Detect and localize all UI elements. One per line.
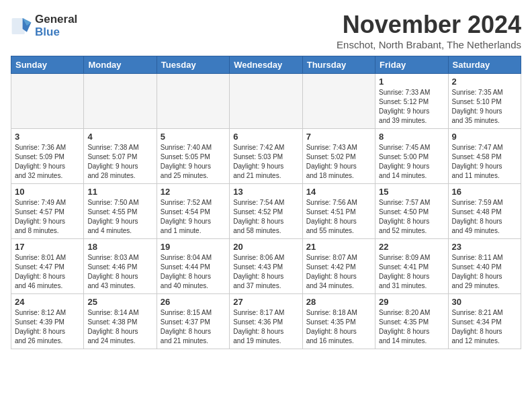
day-info: Sunrise: 8:18 AM Sunset: 4:35 PM Dayligh… xyxy=(306,308,371,346)
day-info: Sunrise: 7:33 AM Sunset: 5:12 PM Dayligh… xyxy=(379,88,444,126)
day-number: 5 xyxy=(161,132,226,142)
page-header: General Blue November 2024 Enschot, Nort… xyxy=(11,11,521,50)
weekday-header-thursday: Thursday xyxy=(302,56,375,74)
day-number: 28 xyxy=(306,297,371,307)
weekday-header-tuesday: Tuesday xyxy=(157,56,229,74)
day-cell: 6Sunrise: 7:42 AM Sunset: 5:03 PM Daylig… xyxy=(230,129,302,184)
day-info: Sunrise: 8:01 AM Sunset: 4:47 PM Dayligh… xyxy=(15,253,80,291)
day-cell: 19Sunrise: 8:04 AM Sunset: 4:44 PM Dayli… xyxy=(157,239,229,294)
day-number: 21 xyxy=(306,242,371,252)
day-number: 22 xyxy=(379,242,444,252)
day-number: 26 xyxy=(161,297,226,307)
day-info: Sunrise: 7:35 AM Sunset: 5:10 PM Dayligh… xyxy=(452,88,517,126)
day-cell xyxy=(84,74,157,129)
day-info: Sunrise: 8:03 AM Sunset: 4:46 PM Dayligh… xyxy=(87,253,152,291)
day-info: Sunrise: 8:14 AM Sunset: 4:38 PM Dayligh… xyxy=(87,308,152,346)
day-number: 7 xyxy=(306,132,371,142)
day-info: Sunrise: 8:21 AM Sunset: 4:34 PM Dayligh… xyxy=(452,308,517,346)
day-cell xyxy=(230,74,302,129)
day-number: 10 xyxy=(15,187,80,197)
day-cell: 8Sunrise: 7:45 AM Sunset: 5:00 PM Daylig… xyxy=(375,129,448,184)
day-number: 23 xyxy=(452,242,517,252)
day-cell: 10Sunrise: 7:49 AM Sunset: 4:57 PM Dayli… xyxy=(11,184,84,239)
day-cell xyxy=(157,74,229,129)
day-cell: 18Sunrise: 8:03 AM Sunset: 4:46 PM Dayli… xyxy=(84,239,157,294)
day-info: Sunrise: 7:40 AM Sunset: 5:05 PM Dayligh… xyxy=(161,143,226,181)
day-cell: 3Sunrise: 7:36 AM Sunset: 5:09 PM Daylig… xyxy=(11,129,84,184)
weekday-header-monday: Monday xyxy=(84,56,157,74)
month-title: November 2024 xyxy=(337,11,521,39)
day-cell: 16Sunrise: 7:59 AM Sunset: 4:48 PM Dayli… xyxy=(448,184,521,239)
day-number: 11 xyxy=(87,187,152,197)
day-info: Sunrise: 8:20 AM Sunset: 4:35 PM Dayligh… xyxy=(379,308,444,346)
day-cell: 1Sunrise: 7:33 AM Sunset: 5:12 PM Daylig… xyxy=(375,74,448,129)
title-area: November 2024 Enschot, North Brabant, Th… xyxy=(337,11,521,50)
day-info: Sunrise: 8:17 AM Sunset: 4:36 PM Dayligh… xyxy=(233,308,298,346)
calendar-table: SundayMondayTuesdayWednesdayThursdayFrid… xyxy=(11,56,521,349)
day-info: Sunrise: 7:49 AM Sunset: 4:57 PM Dayligh… xyxy=(15,198,80,236)
day-number: 1 xyxy=(379,77,444,87)
day-number: 14 xyxy=(306,187,371,197)
day-info: Sunrise: 8:15 AM Sunset: 4:37 PM Dayligh… xyxy=(161,308,226,346)
day-number: 3 xyxy=(15,132,80,142)
day-number: 16 xyxy=(452,187,517,197)
week-row-3: 10Sunrise: 7:49 AM Sunset: 4:57 PM Dayli… xyxy=(11,184,521,239)
day-cell: 27Sunrise: 8:17 AM Sunset: 4:36 PM Dayli… xyxy=(230,294,302,349)
day-number: 25 xyxy=(87,297,152,307)
day-cell: 28Sunrise: 8:18 AM Sunset: 4:35 PM Dayli… xyxy=(302,294,375,349)
logo-icon xyxy=(11,17,32,36)
day-number: 29 xyxy=(379,297,444,307)
subtitle: Enschot, North Brabant, The Netherlands xyxy=(337,39,521,50)
day-info: Sunrise: 7:52 AM Sunset: 4:54 PM Dayligh… xyxy=(161,198,226,236)
logo-line1: General xyxy=(35,13,77,26)
weekday-header-sunday: Sunday xyxy=(11,56,84,74)
day-cell: 4Sunrise: 7:38 AM Sunset: 5:07 PM Daylig… xyxy=(84,129,157,184)
day-info: Sunrise: 8:12 AM Sunset: 4:39 PM Dayligh… xyxy=(15,308,80,346)
day-number: 8 xyxy=(379,132,444,142)
day-cell: 2Sunrise: 7:35 AM Sunset: 5:10 PM Daylig… xyxy=(448,74,521,129)
day-info: Sunrise: 7:42 AM Sunset: 5:03 PM Dayligh… xyxy=(233,143,298,181)
day-cell xyxy=(302,74,375,129)
day-cell: 14Sunrise: 7:56 AM Sunset: 4:51 PM Dayli… xyxy=(302,184,375,239)
day-number: 12 xyxy=(161,187,226,197)
day-number: 13 xyxy=(233,187,298,197)
day-cell: 21Sunrise: 8:07 AM Sunset: 4:42 PM Dayli… xyxy=(302,239,375,294)
logo-line2: Blue xyxy=(35,26,77,39)
day-cell: 12Sunrise: 7:52 AM Sunset: 4:54 PM Dayli… xyxy=(157,184,229,239)
day-cell: 13Sunrise: 7:54 AM Sunset: 4:52 PM Dayli… xyxy=(230,184,302,239)
day-cell: 7Sunrise: 7:43 AM Sunset: 5:02 PM Daylig… xyxy=(302,129,375,184)
day-number: 4 xyxy=(87,132,152,142)
weekday-header-wednesday: Wednesday xyxy=(230,56,302,74)
day-cell: 30Sunrise: 8:21 AM Sunset: 4:34 PM Dayli… xyxy=(448,294,521,349)
day-cell: 15Sunrise: 7:57 AM Sunset: 4:50 PM Dayli… xyxy=(375,184,448,239)
weekday-header-friday: Friday xyxy=(375,56,448,74)
day-cell: 17Sunrise: 8:01 AM Sunset: 4:47 PM Dayli… xyxy=(11,239,84,294)
day-info: Sunrise: 8:07 AM Sunset: 4:42 PM Dayligh… xyxy=(306,253,371,291)
day-number: 9 xyxy=(452,132,517,142)
day-info: Sunrise: 8:04 AM Sunset: 4:44 PM Dayligh… xyxy=(161,253,226,291)
day-cell xyxy=(11,74,84,129)
day-info: Sunrise: 7:45 AM Sunset: 5:00 PM Dayligh… xyxy=(379,143,444,181)
week-row-2: 3Sunrise: 7:36 AM Sunset: 5:09 PM Daylig… xyxy=(11,129,521,184)
day-cell: 9Sunrise: 7:47 AM Sunset: 4:58 PM Daylig… xyxy=(448,129,521,184)
day-number: 20 xyxy=(233,242,298,252)
day-info: Sunrise: 8:11 AM Sunset: 4:40 PM Dayligh… xyxy=(452,253,517,291)
day-number: 19 xyxy=(161,242,226,252)
day-info: Sunrise: 7:50 AM Sunset: 4:55 PM Dayligh… xyxy=(87,198,152,236)
day-info: Sunrise: 7:47 AM Sunset: 4:58 PM Dayligh… xyxy=(452,143,517,181)
weekday-header-row: SundayMondayTuesdayWednesdayThursdayFrid… xyxy=(11,56,521,74)
logo: General Blue xyxy=(11,13,77,38)
day-number: 2 xyxy=(452,77,517,87)
day-cell: 24Sunrise: 8:12 AM Sunset: 4:39 PM Dayli… xyxy=(11,294,84,349)
day-number: 27 xyxy=(233,297,298,307)
day-info: Sunrise: 7:43 AM Sunset: 5:02 PM Dayligh… xyxy=(306,143,371,181)
day-number: 17 xyxy=(15,242,80,252)
day-cell: 20Sunrise: 8:06 AM Sunset: 4:43 PM Dayli… xyxy=(230,239,302,294)
day-number: 24 xyxy=(15,297,80,307)
day-info: Sunrise: 7:38 AM Sunset: 5:07 PM Dayligh… xyxy=(87,143,152,181)
day-info: Sunrise: 7:57 AM Sunset: 4:50 PM Dayligh… xyxy=(379,198,444,236)
day-info: Sunrise: 7:54 AM Sunset: 4:52 PM Dayligh… xyxy=(233,198,298,236)
day-number: 15 xyxy=(379,187,444,197)
day-cell: 22Sunrise: 8:09 AM Sunset: 4:41 PM Dayli… xyxy=(375,239,448,294)
weekday-header-saturday: Saturday xyxy=(448,56,521,74)
